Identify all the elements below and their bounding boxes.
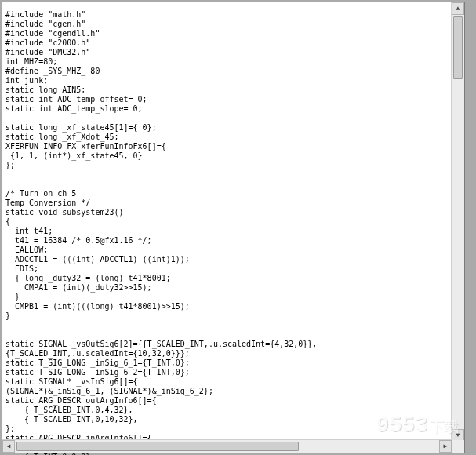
vertical-scroll-thumb[interactable] <box>453 16 463 79</box>
scrollbar-corner <box>452 440 464 453</box>
scroll-right-button[interactable]: ▶ <box>439 440 452 453</box>
scroll-up-button[interactable]: ▲ <box>452 2 464 15</box>
scroll-left-button[interactable]: ◀ <box>2 440 15 453</box>
horizontal-scroll-thumb[interactable] <box>16 442 299 451</box>
horizontal-scrollbar[interactable]: ◀ ▶ <box>2 439 452 453</box>
editor-frame: #include "math.h" #include "cgen.h" #inc… <box>2 2 465 453</box>
vertical-scrollbar[interactable]: ▲ ▼ <box>451 2 464 442</box>
code-text-area[interactable]: #include "math.h" #include "cgen.h" #inc… <box>2 10 441 455</box>
watermark-cn: 下载 <box>430 419 460 435</box>
watermark-main: 9553 <box>376 412 428 436</box>
watermark-text: 9553下载 <box>376 412 460 437</box>
